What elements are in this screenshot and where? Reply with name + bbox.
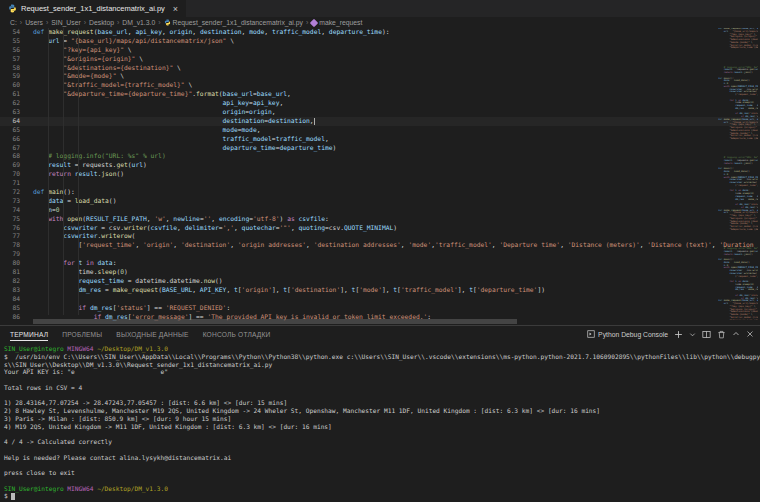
terminal-line	[4, 477, 760, 485]
token: csvwriter	[63, 232, 97, 239]
token: url	[132, 161, 143, 168]
terminal-text: SIN_User@integro	[4, 345, 64, 352]
token: 0	[56, 206, 60, 213]
panel-tab-output[interactable]: ВЫХОДНЫЕ ДАННЫЕ	[116, 328, 188, 340]
line-number: 78	[0, 241, 20, 250]
close-panel-icon[interactable]	[746, 330, 754, 338]
python-file-icon	[164, 19, 171, 26]
line-number: 77	[0, 232, 20, 241]
token: data	[97, 259, 112, 266]
code-line: 78 ['request_time', 'origin', 'destinati…	[0, 241, 760, 250]
terminal-text: 4 / 4 -> Calculated correctly	[4, 438, 112, 445]
terminal-text: SIN_User@integro	[4, 485, 64, 492]
token	[33, 170, 48, 177]
tab-request-sender-file[interactable]: Request_sender_1x1_distancematrix_ai.py …	[0, 0, 187, 17]
line-number: 68	[0, 152, 20, 161]
code-editor[interactable]: 54def make_request(base_url, api_key, or…	[0, 28, 760, 325]
token	[718, 107, 735, 110]
token: origin	[170, 28, 193, 35]
line-number: 85	[0, 304, 20, 313]
token: )	[333, 144, 337, 151]
token: departure_time	[329, 28, 382, 35]
token: url	[755, 68, 758, 71]
token: ,	[757, 184, 758, 187]
token	[33, 161, 48, 168]
line-number: 57	[0, 55, 20, 64]
split-terminal-icon[interactable]	[702, 330, 711, 339]
code-text: # logging.info("URL: %s" % url)	[20, 152, 166, 161]
token: make_request	[748, 288, 758, 291]
token: 'status'	[116, 304, 146, 311]
token: data	[48, 197, 63, 204]
panel-tab-debug-console[interactable]: КОНСОЛЬ ОТЛАДКИ	[203, 328, 271, 340]
token: load_data	[75, 197, 109, 204]
panel-tab-terminal[interactable]: ТЕРМИНАЛ	[10, 328, 48, 341]
line-number: 61	[0, 90, 20, 99]
terminal-line: 2) 8 Hawley St, Levenshulme, Manchester …	[4, 407, 760, 415]
kill-terminal-trash-icon[interactable]	[717, 330, 726, 339]
code-line: 67 departure_time=departure_time)	[0, 144, 760, 153]
breadcrumb-sin-user[interactable]: SIN_User	[51, 19, 80, 26]
token: ])	[537, 286, 545, 293]
code-text: origin=origin,	[20, 108, 276, 117]
chevron-down-icon[interactable]	[689, 331, 696, 338]
breadcrumb-file[interactable]: Request_sender_1x1_distancematrix_ai.py	[164, 19, 303, 26]
token: dm_res	[79, 286, 102, 293]
code-line: 63 origin=origin,	[0, 108, 760, 117]
token: load_data	[734, 79, 747, 82]
token: ()	[116, 170, 124, 177]
token: 'Departure time'	[499, 241, 560, 248]
token: newline	[173, 215, 200, 222]
token: :	[325, 215, 329, 222]
code-text	[20, 250, 33, 259]
panel-tab-problems[interactable]: ПРОБЛЕМЫ	[62, 328, 102, 340]
token	[33, 126, 223, 133]
terminal-text: press close to exit	[4, 469, 75, 476]
line-number: 73	[0, 197, 20, 206]
token: ,	[230, 241, 238, 248]
code-text: "&traffic_model={traffic_model}" \	[20, 81, 192, 90]
horizontal-scrollbar[interactable]	[33, 319, 517, 324]
maximize-panel-chevron-up-icon[interactable]	[732, 330, 740, 338]
token: ()	[747, 79, 750, 82]
line-number: 72	[0, 188, 20, 197]
breadcrumb-users[interactable]: Users	[25, 19, 43, 26]
breadcrumb-drive[interactable]: C:	[10, 19, 17, 26]
token: api_key	[135, 28, 162, 35]
terminal-line: SIN_User@integro MINGW64 ~/Desktop/DM_v1…	[4, 485, 760, 493]
token: 'w'	[154, 215, 165, 222]
line-number: 84	[0, 295, 20, 304]
new-terminal-icon[interactable]	[674, 330, 683, 339]
terminal-selector-dropdown[interactable]: Python Debug Console	[587, 330, 668, 338]
token: ,	[325, 135, 329, 142]
close-tab-icon[interactable]: ×	[173, 4, 178, 14]
code-text: return result.json()	[20, 170, 124, 179]
code-text: "&mode={mode}" \	[20, 72, 124, 81]
line-number: 74	[0, 206, 20, 215]
minimap[interactable]: def make_request(base_url, api_key, orig…	[718, 28, 758, 320]
token: =csv.	[325, 224, 344, 231]
breadcrumb-symbol-make-request[interactable]: make_request	[311, 19, 362, 26]
terminal-output[interactable]: SIN_User@integro MINGW64 ~/Desktop/DM_v1…	[0, 342, 760, 500]
token: time.	[33, 268, 97, 275]
line-number: 83	[0, 286, 20, 295]
terminal-line: Total rows in CSV = 4	[4, 384, 760, 392]
breadcrumb-dm-folder[interactable]: DM_v1.3.0	[122, 19, 155, 26]
token: 'mode'	[408, 241, 431, 248]
line-number: 82	[0, 277, 20, 286]
token: origin	[223, 108, 246, 115]
code-lines: 54def make_request(base_url, api_key, or…	[0, 28, 760, 321]
code-text	[20, 179, 33, 188]
debug-console-icon	[587, 330, 595, 338]
token: traffic_model	[272, 28, 321, 35]
code-line: 74 n=0	[0, 206, 760, 215]
token: dm_res	[735, 107, 744, 110]
breadcrumb-desktop[interactable]: Desktop	[89, 19, 114, 26]
token	[33, 37, 48, 44]
token: ):	[382, 28, 390, 35]
token: ,	[211, 215, 219, 222]
token: request_time	[79, 277, 125, 284]
line-number: 60	[0, 81, 20, 90]
token: mode	[249, 28, 264, 35]
token: dm_res	[735, 198, 744, 201]
